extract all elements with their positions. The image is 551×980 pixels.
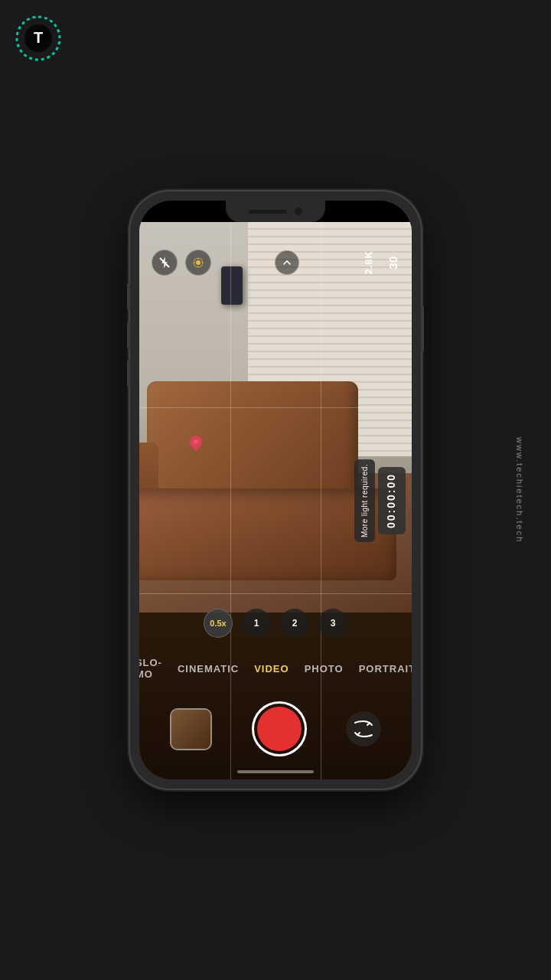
lens-label-ultrawide: 0.5x <box>210 619 226 628</box>
thumbnail-image <box>171 710 210 749</box>
svg-text:T: T <box>34 29 43 46</box>
timer-digits: 00:00:00 <box>384 473 399 528</box>
camera-top-bar: 2.8K · 30 <box>139 243 412 282</box>
mode-photo[interactable]: PHOTO <box>305 663 344 675</box>
front-camera <box>295 207 302 215</box>
phone-device: 2.8K · 30 More light required. 00:00:00 … <box>130 191 421 789</box>
speaker-grille <box>249 210 287 214</box>
more-light-warning: More light required. <box>354 459 375 542</box>
lens-1x[interactable]: 1 <box>242 609 271 638</box>
mode-cinematic[interactable]: CINEMATIC <box>178 663 239 675</box>
flip-camera-button[interactable] <box>346 711 381 746</box>
flash-button[interactable] <box>152 250 178 276</box>
record-button[interactable] <box>252 701 307 756</box>
expand-button[interactable] <box>275 250 299 275</box>
lens-2x[interactable]: 2 <box>280 609 309 638</box>
mode-video[interactable]: VIDEO <box>254 663 289 675</box>
lens-label-3x: 3 <box>331 618 336 629</box>
live-photo-button[interactable] <box>185 250 211 276</box>
top-bar-center <box>275 250 299 275</box>
watermark-logo: T <box>11 11 65 68</box>
watermark-site: www.techietech.tech <box>515 437 524 543</box>
couch-back <box>147 381 358 504</box>
svg-point-2 <box>196 260 201 265</box>
lens-label-1x: 1 <box>254 618 259 629</box>
lens-ultra-wide[interactable]: 0.5x <box>204 609 233 638</box>
camera-mode-selector: SLO-MO CINEMATIC VIDEO PHOTO PORTRAIT <box>139 657 412 680</box>
thumbnail-preview[interactable] <box>170 708 212 750</box>
camera-viewfinder: 2.8K · 30 More light required. 00:00:00 … <box>139 222 412 779</box>
camera-controls <box>139 701 412 756</box>
lens-3x[interactable]: 3 <box>318 609 347 638</box>
notch <box>226 201 325 222</box>
wall-marker <box>188 434 204 452</box>
lens-selector: 0.5x 1 2 3 <box>139 609 412 638</box>
mode-portrait[interactable]: PORTRAIT <box>359 663 412 675</box>
top-bar-right: 2.8K · 30 <box>363 250 399 274</box>
resolution-display[interactable]: 2.8K <box>363 250 374 274</box>
record-button-inner <box>257 707 302 751</box>
timer-display: 00:00:00 <box>378 467 406 534</box>
fps-display[interactable]: 30 <box>386 256 399 270</box>
phone-screen: 2.8K · 30 More light required. 00:00:00 … <box>139 201 412 779</box>
top-bar-left <box>152 250 211 276</box>
mode-slo-mo[interactable]: SLO-MO <box>139 657 162 680</box>
home-indicator[interactable] <box>237 770 314 773</box>
timer-widget: More light required. 00:00:00 <box>354 459 406 542</box>
lens-label-2x: 2 <box>292 618 298 629</box>
svg-point-0 <box>194 439 198 444</box>
